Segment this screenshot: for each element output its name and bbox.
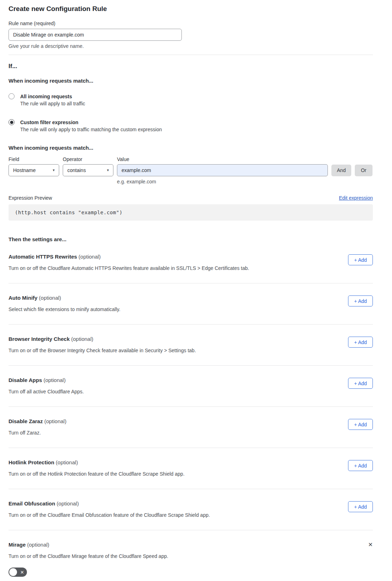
- setting-section: Disable Apps (optional) Turn off all act…: [9, 366, 373, 407]
- rule-name-label: Rule name (required): [9, 21, 373, 26]
- settings-list: Automatic HTTPS Rewrites (optional) Turn…: [9, 242, 373, 530]
- optional-suffix: (optional): [71, 336, 94, 342]
- setting-section-mirage: Mirage (optional) ✕ Turn on or off the C…: [9, 530, 373, 578]
- setting-name: Email Obfuscation: [9, 500, 57, 507]
- setting-description: Turn on or off the Browser Integrity Che…: [9, 348, 196, 353]
- radio-button-selected[interactable]: [9, 119, 15, 125]
- setting-name: Disable Apps: [9, 377, 44, 383]
- rule-name-input[interactable]: [9, 29, 182, 41]
- radio-option-custom-filter-expression[interactable]: Custom filter expression The rule will o…: [9, 119, 373, 133]
- radio-description: The rule will only apply to traffic matc…: [20, 126, 162, 133]
- setting-section: Hotlink Protection (optional) Turn on or…: [9, 448, 373, 489]
- operator-select[interactable]: contains ▼: [63, 164, 113, 176]
- setting-section: Auto Minify (optional) Select which file…: [9, 283, 373, 325]
- radio-label: All incoming requests: [20, 93, 85, 100]
- optional-suffix: (optional): [27, 542, 50, 548]
- add-button[interactable]: + Add: [348, 460, 373, 471]
- setting-title: Auto Minify (optional): [9, 295, 121, 301]
- radio-button[interactable]: [9, 93, 15, 99]
- operator-select-value: contains: [67, 167, 86, 173]
- value-helper: e.g. example.com: [117, 179, 373, 184]
- optional-suffix: (optional): [44, 377, 66, 383]
- radio-description: The rule will apply to all traffic: [20, 100, 85, 107]
- value-label: Value: [117, 156, 129, 162]
- field-label: Field: [9, 156, 63, 162]
- radio-option-all-incoming-requests[interactable]: All incoming requests The rule will appl…: [9, 93, 373, 107]
- setting-description: Turn on or off the Hotlink Protection fe…: [9, 471, 185, 477]
- setting-title: Disable Apps (optional): [9, 377, 84, 383]
- optional-suffix: (optional): [44, 418, 67, 424]
- optional-suffix: (optional): [56, 459, 78, 465]
- optional-suffix: (optional): [39, 295, 61, 301]
- add-button[interactable]: + Add: [348, 419, 373, 430]
- add-button[interactable]: + Add: [348, 378, 373, 389]
- setting-description: Turn on or off the Cloudflare Mirage fea…: [9, 553, 373, 559]
- setting-name: Auto Minify: [9, 295, 39, 301]
- setting-section: Email Obfuscation (optional) Turn on or …: [9, 489, 373, 530]
- section-divider: [9, 55, 373, 55]
- setting-name: Automatic HTTPS Rewrites: [9, 254, 79, 260]
- chevron-down-icon: ▼: [106, 169, 110, 172]
- setting-title: Email Obfuscation (optional): [9, 500, 210, 507]
- field-select[interactable]: Hostname ▼: [9, 164, 59, 176]
- add-button[interactable]: + Add: [348, 501, 373, 512]
- expression-preview-label: Expression Preview: [9, 195, 52, 201]
- add-button[interactable]: + Add: [348, 254, 373, 265]
- mirage-toggle-off[interactable]: ✕: [9, 568, 27, 577]
- close-icon[interactable]: ✕: [368, 542, 373, 548]
- setting-name: Mirage: [9, 542, 26, 548]
- operator-label: Operator: [63, 156, 117, 162]
- radio-label: Custom filter expression: [20, 119, 162, 126]
- toggle-off-x-icon: ✕: [20, 570, 24, 575]
- edit-expression-link[interactable]: Edit expression: [339, 195, 373, 201]
- setting-name: Hotlink Protection: [9, 459, 56, 465]
- setting-description: Turn on or off the Cloudflare Email Obfu…: [9, 512, 210, 518]
- setting-description: Turn on or off the Cloudflare Automatic …: [9, 265, 249, 271]
- add-button[interactable]: + Add: [348, 295, 373, 306]
- expression-preview-box: (http.host contains "example.com"): [9, 204, 373, 221]
- or-button[interactable]: Or: [355, 165, 373, 176]
- setting-section: Automatic HTTPS Rewrites (optional) Turn…: [9, 242, 373, 283]
- setting-name: Disable Zaraz: [9, 418, 44, 424]
- setting-title: Mirage (optional): [9, 542, 49, 548]
- setting-description: Select which file extensions to minify a…: [9, 306, 121, 312]
- setting-title: Browser Integrity Check (optional): [9, 336, 196, 342]
- and-button[interactable]: And: [331, 165, 351, 176]
- optional-suffix: (optional): [57, 500, 79, 507]
- then-settings-heading: Then the settings are...: [9, 236, 373, 242]
- add-button[interactable]: + Add: [348, 337, 373, 348]
- expression-text: (http.host contains "example.com"): [15, 210, 123, 215]
- optional-suffix: (optional): [79, 254, 101, 260]
- page-title: Create new Configuration Rule: [9, 5, 373, 13]
- toggle-knob: [9, 568, 17, 576]
- when-requests-match-heading: When incoming requests match...: [9, 78, 373, 84]
- rule-name-helper: Give your rule a descriptive name.: [9, 43, 373, 49]
- field-select-value: Hostname: [13, 167, 36, 173]
- setting-description: Turn off Zaraz.: [9, 430, 66, 436]
- setting-name: Browser Integrity Check: [9, 336, 71, 342]
- if-heading: If...: [9, 63, 373, 70]
- setting-title: Automatic HTTPS Rewrites (optional): [9, 254, 249, 260]
- chevron-down-icon: ▼: [52, 169, 55, 172]
- setting-section: Disable Zaraz (optional) Turn off Zaraz.…: [9, 407, 373, 448]
- expression-builder-heading: When incoming requests match...: [9, 145, 373, 151]
- value-input[interactable]: [117, 164, 328, 176]
- setting-description: Turn off all active Cloudflare Apps.: [9, 389, 84, 394]
- setting-title: Disable Zaraz (optional): [9, 418, 66, 424]
- setting-section: Browser Integrity Check (optional) Turn …: [9, 325, 373, 366]
- create-configuration-rule-form: Create new Configuration Rule Rule name …: [0, 0, 392, 578]
- setting-title: Hotlink Protection (optional): [9, 459, 185, 465]
